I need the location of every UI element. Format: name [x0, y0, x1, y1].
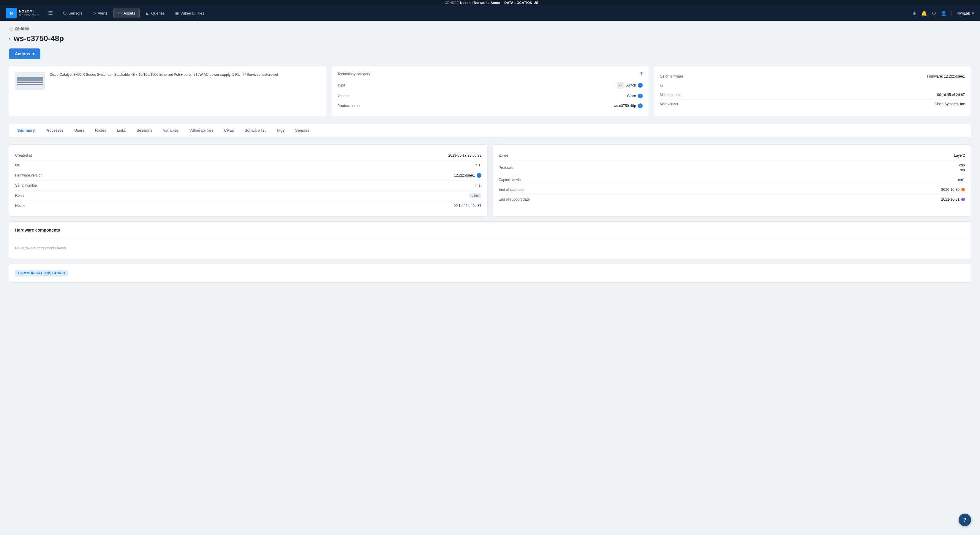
logo-text: NOZOMI: [19, 10, 39, 13]
type-info-icon[interactable]: i: [638, 83, 643, 88]
spec-ip-label: Ip: [660, 83, 663, 88]
logo-sub: NETWORKS: [19, 14, 39, 17]
back-button[interactable]: ‹: [9, 35, 11, 42]
spec-mac-row: Mac address 00:1d:45:ef:2d:87: [660, 90, 965, 99]
sensors-icon: ⬡: [63, 11, 67, 16]
firmware-info-icon[interactable]: i: [477, 173, 481, 178]
summary-zones-value: Layer2: [954, 153, 965, 158]
summary-created-label: Created at: [15, 153, 32, 158]
summary-roles-value: other: [469, 193, 481, 198]
spec-firmware-value: Firmware: 12.2(25)see1: [927, 74, 965, 78]
tab-nodes[interactable]: Nodes: [90, 124, 112, 137]
roles-badge: other: [469, 193, 481, 198]
device-description: Cisco Catalyst 3750-X Series Switches · …: [49, 72, 278, 78]
summary-eos-value: 2016-10-30: [942, 188, 965, 192]
vendor-info-icon[interactable]: i: [638, 94, 643, 98]
summary-serial-row: Serial number n.a.: [15, 181, 481, 190]
summary-os-value: n.a.: [476, 163, 481, 167]
spec-card: Os or firmware Firmware: 12.2(25)see1 Ip…: [654, 66, 971, 117]
tech-product-value: ws-c3750-48p i: [614, 104, 642, 108]
nav-item-queries[interactable]: ⬕ Queries: [142, 8, 169, 18]
summary-eos-label: End of sale date: [499, 188, 525, 192]
summary-firmware-label: Firmware version: [15, 173, 43, 177]
summary-capture-label: Capture device: [499, 178, 523, 182]
tab-processes[interactable]: Processes: [40, 124, 69, 137]
switch-icon: ⇄: [617, 82, 624, 89]
summary-zones-row: Zones Layer2: [499, 151, 965, 161]
tab-sessions[interactable]: Sessions: [131, 124, 158, 137]
page-title: ws-c3750-48p: [14, 34, 64, 43]
spec-mac-value: 00:1d:45:ef:2d:87: [937, 93, 965, 97]
summary-protocols-row: Protocols cdp stp: [499, 161, 965, 175]
tech-product-label: Product name: [337, 104, 360, 108]
nav-item-vulnerabilities-label: Vulnerabilities: [181, 11, 204, 16]
summary-serial-label: Serial number: [15, 184, 37, 188]
data-location-value: US: [534, 1, 538, 5]
nav-item-vulnerabilities[interactable]: ▣ Vulnerabilities: [171, 8, 208, 18]
spec-macvendor-label: Mac vendor: [660, 102, 679, 106]
nav-item-assets-label: Assets: [124, 11, 135, 16]
assets-icon: ▭: [118, 11, 122, 16]
summary-grid: Created at 2023-05-17 23:56:23 Os n.a. F…: [9, 144, 971, 217]
end-of-sale-dot: [961, 188, 965, 192]
settings-icon[interactable]: ⚙: [932, 10, 936, 16]
summary-firmware-value: 12.2(25)see1 i: [454, 173, 481, 178]
profile-icon[interactable]: 👤: [941, 10, 947, 16]
tab-links[interactable]: Links: [111, 124, 131, 137]
chevron-down-icon: ▾: [972, 11, 974, 16]
notifications-icon[interactable]: 🔔: [921, 10, 927, 16]
nav-item-queries-label: Queries: [151, 11, 165, 16]
spec-firmware-label: Os or firmware: [660, 74, 683, 78]
hardware-empty-message: No hardware components found: [15, 244, 965, 252]
actions-button[interactable]: Actions ▾: [9, 48, 40, 59]
summary-right-card: Zones Layer2 Protocols cdp stp Capture d…: [492, 144, 971, 217]
hardware-card: Hardware components No hardware componen…: [9, 222, 971, 259]
summary-capture-row: Capture device em1: [499, 175, 965, 185]
clock-icon: 🕐: [9, 27, 13, 31]
product-info-icon[interactable]: i: [638, 104, 643, 108]
spec-macvendor-value: Cisco Systems, Inc: [935, 102, 965, 106]
end-of-support-dot: [961, 198, 965, 201]
tab-cpes[interactable]: CPEs: [219, 124, 239, 137]
summary-nodes-row: Nodes 00:1d:45:ef:2d:87: [15, 201, 481, 211]
summary-eos-row: End of sale date 2016-10-30: [499, 185, 965, 195]
nav-item-sensors-label: Sensors: [68, 11, 83, 16]
user-menu[interactable]: KiwiLab ▾: [951, 11, 974, 16]
hamburger-icon[interactable]: ☰: [48, 10, 53, 16]
logo-text-block: NOZOMI NETWORKS: [19, 10, 39, 16]
summary-eosupport-row: End of support date 2021-10-31: [499, 195, 965, 204]
tab-sensors[interactable]: Sensors: [290, 124, 315, 137]
tab-users[interactable]: Users: [69, 124, 90, 137]
actions-label: Actions: [15, 51, 30, 56]
summary-serial-value: n.a.: [476, 184, 481, 188]
summary-firmware-row: Firmware version 12.2(25)see1 i: [15, 170, 481, 181]
nav-item-sensors[interactable]: ⬡ Sensors: [59, 8, 87, 18]
data-location-label: DATA LOCATION: [504, 1, 533, 5]
summary-eosupport-value: 2021-10-31: [942, 197, 965, 201]
device-image: [15, 72, 45, 90]
tab-summary[interactable]: Summary: [12, 124, 40, 137]
tech-category-row: Technology category IT: [337, 72, 642, 76]
nav-item-alerts-label: Alerts: [98, 11, 108, 16]
tab-software-list[interactable]: Software list: [239, 124, 271, 137]
nav-item-alerts[interactable]: ◇ Alerts: [89, 8, 112, 18]
hardware-title: Hardware components: [15, 228, 965, 236]
tech-type-value: ⇄ Switch i: [617, 82, 642, 89]
logo[interactable]: N NOZOMI NETWORKS: [6, 8, 39, 18]
tech-category-value: IT: [640, 72, 643, 76]
summary-protocols-value: cdp stp: [959, 163, 965, 172]
remote-desktop-icon[interactable]: ⊞: [913, 10, 916, 16]
tab-tags[interactable]: Tags: [271, 124, 290, 137]
spec-macvendor-row: Mac vendor Cisco Systems, Inc: [660, 99, 965, 109]
tab-variables[interactable]: Variables: [158, 124, 184, 137]
tab-vulnerabilities[interactable]: Vulnerabilities: [184, 124, 219, 137]
tabs-bar: Summary Processes Users Nodes Links Sess…: [9, 124, 971, 137]
tech-type-row: Type ⇄ Switch i: [337, 80, 642, 91]
comms-title: COMMUNICATIONS GRAPH: [15, 270, 68, 276]
nav-right: ⊞ 🔔 ⚙ 👤 KiwiLab ▾: [913, 10, 974, 16]
nav-item-assets[interactable]: ▭ Assets: [113, 8, 140, 18]
timestamp-value: 06:46:09: [15, 27, 29, 31]
vulnerabilities-icon: ▣: [175, 11, 179, 16]
summary-created-row: Created at 2023-05-17 23:56:23: [15, 151, 481, 161]
tech-type-label: Type: [337, 83, 345, 87]
